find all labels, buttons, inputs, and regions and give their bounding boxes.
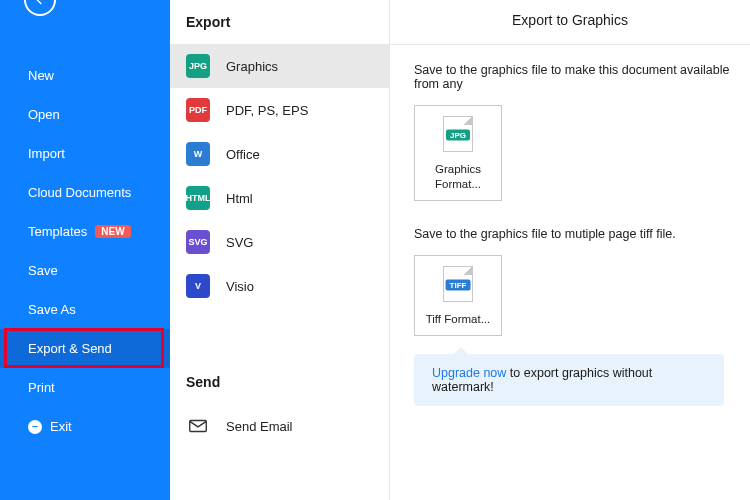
sidebar-item-label: Cloud Documents (28, 185, 131, 200)
sidebar-item-cloud-documents[interactable]: Cloud Documents (0, 173, 170, 212)
main-title: Export to Graphics (390, 8, 750, 45)
sidebar-item-label: Print (28, 380, 55, 395)
svg-rect-0 (190, 421, 207, 432)
send-item-label: Send Email (226, 419, 292, 434)
svg-icon: SVG (186, 230, 210, 254)
tiff-tag: TIFF (446, 279, 471, 290)
tiff-format-tile[interactable]: TIFF Tiff Format... (414, 255, 502, 336)
visio-icon: V (186, 274, 210, 298)
word-icon: W (186, 142, 210, 166)
export-item-label: Visio (226, 279, 254, 294)
sidebar-item-open[interactable]: Open (0, 95, 170, 134)
sidebar-item-save-as[interactable]: Save As (0, 290, 170, 329)
sidebar-item-label: Exit (50, 419, 72, 434)
sidebar-item-exit[interactable]: –Exit (0, 407, 170, 446)
file-icon: JPG (443, 116, 473, 152)
send-list: Send Email (170, 404, 389, 448)
export-item-label: Graphics (226, 59, 278, 74)
export-item-svg[interactable]: SVGSVG (170, 220, 389, 264)
sidebar: New Open Import Cloud Documents Template… (0, 0, 170, 500)
sidebar-item-print[interactable]: Print (0, 368, 170, 407)
export-block-desc: Save to the graphics file to make this d… (414, 63, 750, 91)
export-block-tiff: Save to the graphics file to mutiple pag… (414, 227, 750, 336)
arrow-left-icon (32, 0, 48, 8)
send-heading: Send (170, 368, 389, 404)
export-item-office[interactable]: WOffice (170, 132, 389, 176)
sidebar-item-label: Save (28, 263, 58, 278)
export-item-visio[interactable]: VVisio (170, 264, 389, 308)
sidebar-item-label: Save As (28, 302, 76, 317)
main-pane: Export to Graphics Save to the graphics … (390, 0, 750, 500)
export-item-label: Html (226, 191, 253, 206)
export-item-html[interactable]: HTMLHtml (170, 176, 389, 220)
export-item-graphics[interactable]: JPGGraphics (170, 44, 389, 88)
sidebar-item-label: Export & Send (28, 341, 112, 356)
file-icon: TIFF (443, 266, 473, 302)
back-button[interactable] (24, 0, 56, 16)
send-item-email[interactable]: Send Email (170, 404, 389, 448)
sidebar-item-label: New (28, 68, 54, 83)
jpg-tag: JPG (446, 129, 470, 140)
sidebar-list: New Open Import Cloud Documents Template… (0, 56, 170, 446)
sidebar-item-templates[interactable]: TemplatesNEW (0, 212, 170, 251)
pdf-icon: PDF (186, 98, 210, 122)
jpg-icon: JPG (186, 54, 210, 78)
sidebar-item-label: Open (28, 107, 60, 122)
export-item-label: Office (226, 147, 260, 162)
html-icon: HTML (186, 186, 210, 210)
export-heading: Export (170, 8, 389, 44)
export-category-column: Export JPGGraphics PDFPDF, PS, EPS WOffi… (170, 0, 390, 500)
upgrade-promo: Upgrade now to export graphics without w… (414, 354, 724, 406)
graphics-format-tile[interactable]: JPG Graphics Format... (414, 105, 502, 201)
sidebar-item-new[interactable]: New (0, 56, 170, 95)
main-body: Save to the graphics file to make this d… (390, 63, 750, 406)
tile-label: Tiff Format... (426, 312, 491, 327)
sidebar-item-label: Templates (28, 224, 87, 239)
export-block-desc: Save to the graphics file to mutiple pag… (414, 227, 750, 241)
email-icon (186, 414, 210, 438)
sidebar-item-label: Import (28, 146, 65, 161)
app-root: New Open Import Cloud Documents Template… (0, 0, 750, 500)
sidebar-item-import[interactable]: Import (0, 134, 170, 173)
exit-icon: – (28, 420, 42, 434)
export-item-label: PDF, PS, EPS (226, 103, 308, 118)
new-badge: NEW (95, 225, 130, 238)
export-item-label: SVG (226, 235, 253, 250)
sidebar-item-save[interactable]: Save (0, 251, 170, 290)
export-item-pdf[interactable]: PDFPDF, PS, EPS (170, 88, 389, 132)
sidebar-item-export-send[interactable]: Export & Send (0, 329, 170, 368)
tile-label: Graphics Format... (421, 162, 495, 192)
export-block-graphics: Save to the graphics file to make this d… (414, 63, 750, 201)
upgrade-link[interactable]: Upgrade now (432, 366, 506, 380)
export-category-list: JPGGraphics PDFPDF, PS, EPS WOffice HTML… (170, 44, 389, 308)
